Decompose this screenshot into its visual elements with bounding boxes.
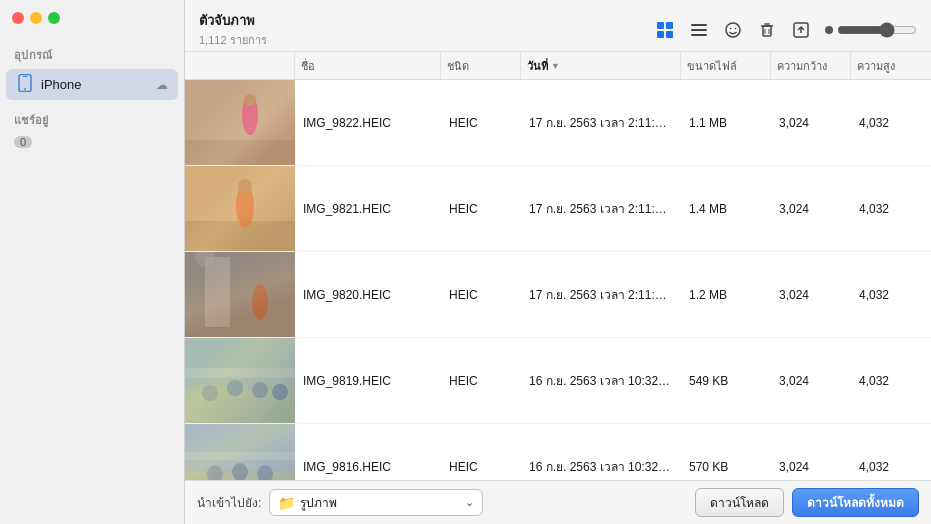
app-title: ตัวจับภาพ: [199, 10, 643, 31]
th-thumbnail: [185, 52, 295, 79]
svg-point-1: [24, 88, 26, 90]
svg-point-36: [252, 382, 268, 398]
devices-section-label: อุปกรณ์: [0, 40, 184, 68]
row-filetype: HEIC: [441, 374, 521, 388]
row-height: 4,032: [851, 288, 931, 302]
row-date: 17 ก.ย. 2563 เวลา 2:11:24...: [521, 199, 681, 218]
svg-point-35: [227, 380, 243, 396]
svg-rect-13: [763, 26, 771, 36]
grid-view-button[interactable]: [651, 18, 679, 42]
sidebar-item-iphone-label: iPhone: [41, 77, 149, 92]
svg-point-37: [272, 384, 288, 400]
row-width: 3,024: [771, 288, 851, 302]
row-date: 16 ก.ย. 2563 เวลา 10:32:0...: [521, 457, 681, 476]
zoom-slider[interactable]: [837, 22, 917, 38]
svg-rect-7: [691, 24, 707, 26]
svg-point-31: [252, 284, 268, 320]
svg-rect-21: [185, 140, 295, 165]
row-thumbnail: [185, 80, 295, 165]
row-filename: IMG_9820.HEIC: [295, 288, 441, 302]
row-thumbnail: [185, 424, 295, 480]
shared-row: 0: [0, 133, 184, 151]
th-name[interactable]: ชื่อ: [295, 52, 441, 79]
table-row[interactable]: IMG_9821.HEICHEIC17 ก.ย. 2563 เวลา 2:11:…: [185, 166, 931, 252]
svg-rect-3: [657, 22, 664, 29]
list-icon: [690, 21, 708, 39]
slider-min-dot: [825, 26, 833, 34]
th-date[interactable]: วันที่ ▼: [521, 52, 681, 79]
th-type[interactable]: ชนิด: [441, 52, 521, 79]
row-thumbnail: [185, 338, 295, 423]
close-button[interactable]: [12, 12, 24, 24]
face-icon: [724, 21, 742, 39]
grid-icon: [656, 21, 674, 39]
svg-point-27: [238, 179, 252, 193]
main-content: ตัวจับภาพ 1,112 รายการ: [185, 0, 931, 524]
row-date: 17 ก.ย. 2563 เวลา 2:11:21...: [521, 285, 681, 304]
shared-count: 0: [14, 136, 32, 148]
traffic-lights: [12, 12, 60, 24]
svg-rect-25: [185, 221, 295, 251]
folder-icon: 📁: [278, 495, 295, 511]
svg-point-11: [730, 27, 732, 29]
toolbar-actions: [651, 18, 917, 42]
app-subtitle: 1,112 รายการ: [199, 31, 643, 49]
row-filesize: 1.1 MB: [681, 116, 771, 130]
row-filetype: HEIC: [441, 202, 521, 216]
row-filename: IMG_9821.HEIC: [295, 202, 441, 216]
maximize-button[interactable]: [48, 12, 60, 24]
shared-section-label: แชร์อยู่: [0, 101, 184, 133]
row-height: 4,032: [851, 116, 931, 130]
svg-point-34: [202, 385, 218, 401]
row-width: 3,024: [771, 202, 851, 216]
download-button[interactable]: ดาวน์โหลด: [695, 488, 784, 517]
sidebar-item-iphone[interactable]: iPhone ☁: [6, 69, 178, 100]
table-row[interactable]: IMG_9820.HEICHEIC17 ก.ย. 2563 เวลา 2:11:…: [185, 252, 931, 338]
row-filesize: 1.2 MB: [681, 288, 771, 302]
row-filename: IMG_9822.HEIC: [295, 116, 441, 130]
iphone-icon: [16, 74, 34, 95]
row-filesize: 549 KB: [681, 374, 771, 388]
svg-point-12: [735, 27, 737, 29]
svg-rect-44: [185, 452, 295, 460]
svg-point-23: [244, 94, 256, 106]
th-width[interactable]: ความกว้าง: [771, 52, 851, 79]
table-row[interactable]: IMG_9819.HEICHEIC16 ก.ย. 2563 เวลา 10:32…: [185, 338, 931, 424]
th-filesize[interactable]: ขนาดไฟล์: [681, 52, 771, 79]
svg-rect-38: [185, 368, 295, 378]
dest-folder-name: รูปภาพ: [300, 493, 460, 512]
table-header: ชื่อ ชนิด วันที่ ▼ ขนาดไฟล์ ความกว้าง คว…: [185, 52, 931, 80]
row-width: 3,024: [771, 374, 851, 388]
destination-selector[interactable]: 📁 รูปภาพ ⌄: [269, 489, 483, 516]
table-row[interactable]: IMG_9816.HEICHEIC16 ก.ย. 2563 เวลา 10:32…: [185, 424, 931, 480]
svg-rect-9: [691, 34, 707, 36]
delete-button[interactable]: [753, 18, 781, 42]
row-filename: IMG_9816.HEIC: [295, 460, 441, 474]
row-thumbnail: [185, 252, 295, 337]
svg-rect-5: [657, 31, 664, 38]
row-height: 4,032: [851, 374, 931, 388]
zoom-slider-container: [825, 22, 917, 38]
row-date: 17 ก.ย. 2563 เวลา 2:11:30...: [521, 113, 681, 132]
minimize-button[interactable]: [30, 12, 42, 24]
download-all-button[interactable]: ดาวน์โหลดทั้งหมด: [792, 488, 919, 517]
row-height: 4,032: [851, 202, 931, 216]
svg-rect-6: [666, 31, 673, 38]
list-view-button[interactable]: [685, 18, 713, 42]
svg-rect-8: [691, 29, 707, 31]
th-height[interactable]: ความสูง: [851, 52, 931, 79]
face-button[interactable]: [719, 18, 747, 42]
toolbar-title-area: ตัวจับภาพ 1,112 รายการ: [199, 10, 643, 49]
table-body: IMG_9822.HEICHEIC17 ก.ย. 2563 เวลา 2:11:…: [185, 80, 931, 480]
toolbar: ตัวจับภาพ 1,112 รายการ: [185, 0, 931, 52]
sort-arrow: ▼: [551, 61, 560, 71]
sidebar: อุปกรณ์ iPhone ☁ แชร์อยู่ 0: [0, 0, 185, 524]
export-button[interactable]: [787, 18, 815, 42]
row-filetype: HEIC: [441, 288, 521, 302]
row-filetype: HEIC: [441, 460, 521, 474]
bottom-bar: นำเข้าไปยัง: 📁 รูปภาพ ⌄ ดาวน์โหลด ดาวน์โ…: [185, 480, 931, 524]
cloud-icon: ☁: [156, 78, 168, 92]
table-row[interactable]: IMG_9822.HEICHEIC17 ก.ย. 2563 เวลา 2:11:…: [185, 80, 931, 166]
export-icon: [792, 21, 810, 39]
row-filename: IMG_9819.HEIC: [295, 374, 441, 388]
